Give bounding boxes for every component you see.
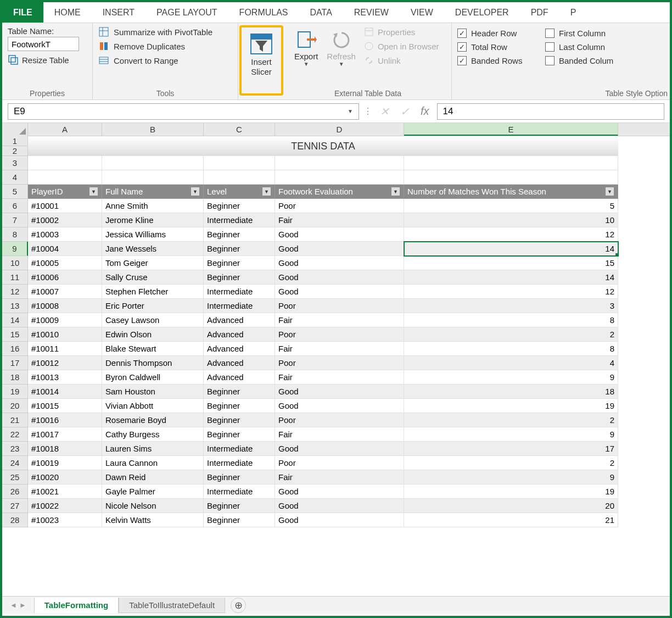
row-header[interactable]: 15	[2, 327, 28, 342]
cell[interactable]: #10011	[28, 342, 102, 356]
cell[interactable]: 18	[404, 385, 618, 399]
cell[interactable]: 14	[404, 270, 618, 285]
ribbon-tab-insert[interactable]: INSERT	[92, 2, 145, 23]
ribbon-tab-data[interactable]: DATA	[299, 2, 343, 23]
cell[interactable]: Anne Smith	[102, 199, 204, 213]
cell[interactable]: Gayle Palmer	[102, 485, 204, 499]
enter-button[interactable]: ✓	[397, 105, 413, 118]
cell[interactable]: Advanced	[204, 370, 275, 385]
total-row-checkbox[interactable]: Total Row	[457, 42, 534, 52]
refresh-button[interactable]: Refresh ▼	[322, 26, 360, 70]
ribbon-tab-home[interactable]: HOME	[43, 2, 92, 23]
row-header[interactable]: 20	[2, 399, 28, 413]
cell[interactable]: #10006	[28, 270, 102, 285]
cell[interactable]: Beginner	[204, 413, 275, 427]
filter-button[interactable]: ▼	[89, 187, 98, 196]
column-header-A[interactable]: A	[28, 123, 102, 136]
filter-button[interactable]: ▼	[605, 187, 614, 196]
cell[interactable]: Casey Lawson	[102, 313, 204, 327]
table-header[interactable]: PlayerID▼	[28, 185, 102, 199]
row-header[interactable]: 27	[2, 499, 28, 513]
row-header[interactable]: 22	[2, 427, 28, 442]
table-header[interactable]: Number of Matches Won This Season▼	[404, 185, 618, 199]
filter-button[interactable]: ▼	[262, 187, 271, 196]
cell[interactable]: #10007	[28, 285, 102, 299]
cell[interactable]: #10008	[28, 299, 102, 313]
cell[interactable]: Poor	[275, 327, 404, 342]
row-header[interactable]: 26	[2, 485, 28, 499]
cell[interactable]: #10010	[28, 327, 102, 342]
cell[interactable]: 10	[404, 213, 618, 227]
fx-button[interactable]: fx	[417, 105, 433, 118]
remove-duplicates-button[interactable]: Remove Duplicates	[98, 41, 232, 52]
row-header[interactable]: 8	[2, 227, 28, 242]
row-header[interactable]: 7	[2, 213, 28, 227]
cell[interactable]: Good	[275, 256, 404, 270]
cell[interactable]: Fair	[275, 427, 404, 442]
cell[interactable]: Poor	[275, 456, 404, 470]
cell[interactable]: Laura Cannon	[102, 456, 204, 470]
cell[interactable]: #10014	[28, 385, 102, 399]
cell[interactable]: Good	[275, 442, 404, 456]
cell[interactable]: Good	[275, 485, 404, 499]
title-cell[interactable]: TENNIS DATA	[28, 136, 618, 156]
cell[interactable]: #10012	[28, 356, 102, 370]
cell[interactable]: Poor	[275, 413, 404, 427]
sheet-tab-active[interactable]: TableFormatting	[34, 598, 119, 613]
row-header[interactable]: 23	[2, 442, 28, 456]
cell[interactable]: Good	[275, 385, 404, 399]
ribbon-tab-developer[interactable]: DEVELOPER	[444, 2, 520, 23]
cell[interactable]	[275, 170, 404, 185]
last-column-checkbox[interactable]: Last Column	[545, 42, 664, 52]
cell[interactable]: 12	[404, 227, 618, 242]
cell[interactable]: 20	[404, 499, 618, 513]
row-header[interactable]: 19	[2, 385, 28, 399]
cell[interactable]: #10022	[28, 499, 102, 513]
cell[interactable]: #10002	[28, 213, 102, 227]
name-box[interactable]: E9 ▼	[8, 103, 359, 120]
row-header[interactable]: 12	[2, 285, 28, 299]
row-header[interactable]: 24	[2, 456, 28, 470]
cell[interactable]: Good	[275, 399, 404, 413]
cancel-button[interactable]: ✕	[377, 105, 393, 118]
cell[interactable]: Fair	[275, 313, 404, 327]
column-header-D[interactable]: D	[275, 123, 404, 136]
cell[interactable]: 2	[404, 456, 618, 470]
cell[interactable]: Advanced	[204, 342, 275, 356]
cell[interactable]: Intermediate	[204, 299, 275, 313]
cell[interactable]: 17	[404, 442, 618, 456]
cell[interactable]: Sam Houston	[102, 385, 204, 399]
cell[interactable]: 15	[404, 256, 618, 270]
cell[interactable]: Intermediate	[204, 442, 275, 456]
cell[interactable]: Intermediate	[204, 213, 275, 227]
table-header[interactable]: Footwork Evaluation▼	[275, 185, 404, 199]
row-header[interactable]: 5	[2, 185, 28, 199]
cell[interactable]: Lauren Sims	[102, 442, 204, 456]
cell[interactable]: 2	[404, 413, 618, 427]
ribbon-tab-file[interactable]: FILE	[2, 2, 43, 23]
cell[interactable]	[404, 170, 618, 185]
cell[interactable]: Intermediate	[204, 285, 275, 299]
cell[interactable]: #10015	[28, 399, 102, 413]
cell[interactable]: 9	[404, 427, 618, 442]
cell[interactable]: Tom Geiger	[102, 256, 204, 270]
cell[interactable]: Advanced	[204, 313, 275, 327]
ribbon-tab-page-layout[interactable]: PAGE LAYOUT	[145, 2, 228, 23]
cell[interactable]: #10016	[28, 413, 102, 427]
cell[interactable]: Beginner	[204, 399, 275, 413]
summarize-pivot-button[interactable]: Summarize with PivotTable	[98, 26, 232, 37]
cell[interactable]: Beginner	[204, 513, 275, 527]
cell[interactable]: Good	[275, 227, 404, 242]
cell[interactable]: Fair	[275, 370, 404, 385]
cell[interactable]: Dennis Thompson	[102, 356, 204, 370]
cell[interactable]	[28, 156, 102, 170]
formula-input[interactable]: 14	[437, 103, 664, 120]
row-header[interactable]: 13	[2, 299, 28, 313]
cell[interactable]: Advanced	[204, 356, 275, 370]
cell[interactable]: Beginner	[204, 385, 275, 399]
row-header[interactable]: 9	[2, 242, 28, 256]
cell[interactable]: #10021	[28, 485, 102, 499]
cell[interactable]: 2	[404, 327, 618, 342]
add-sheet-button[interactable]: ⊕	[231, 598, 246, 613]
cell[interactable]: Good	[275, 499, 404, 513]
